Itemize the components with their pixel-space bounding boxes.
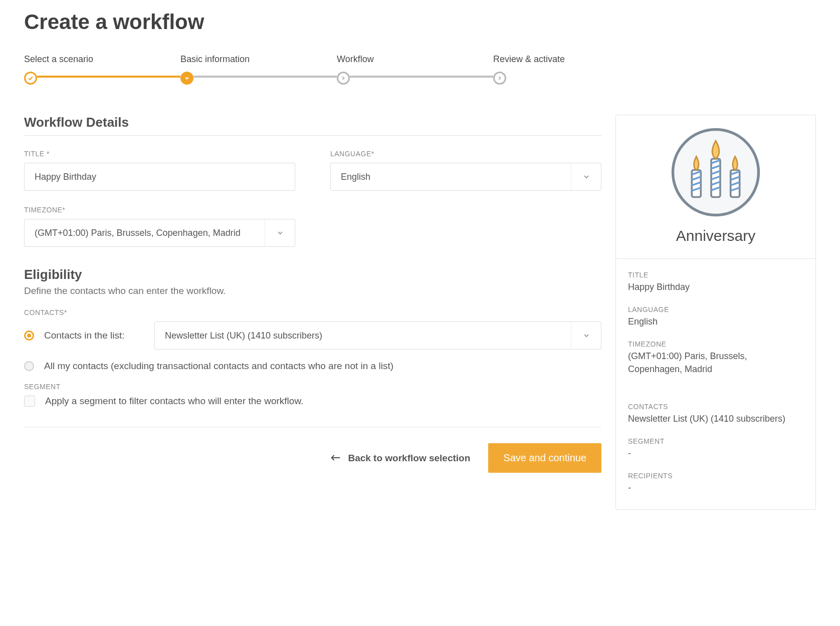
page-title: Create a workflow bbox=[24, 10, 816, 34]
back-button[interactable]: Back to workflow selection bbox=[331, 453, 470, 464]
summary-timezone-label: TIMEZONE bbox=[628, 340, 803, 348]
step-workflow[interactable]: Workflow bbox=[337, 54, 493, 85]
step-label: Select a scenario bbox=[24, 54, 93, 65]
step-connector bbox=[193, 76, 337, 78]
chevron-right-icon bbox=[337, 72, 350, 85]
segment-apply-checkbox-row[interactable]: Apply a segment to filter contacts who w… bbox=[24, 396, 601, 407]
contacts-label: CONTACTS* bbox=[24, 308, 601, 317]
segment-check-label: Apply a segment to filter contacts who w… bbox=[45, 396, 303, 407]
step-label: Workflow bbox=[337, 54, 374, 65]
chevron-down-icon bbox=[265, 219, 295, 246]
summary-contacts-label: CONTACTS bbox=[628, 403, 803, 411]
radio-checked-icon bbox=[24, 331, 34, 341]
summary-scenario-name: Anniversary bbox=[626, 227, 805, 244]
title-input[interactable] bbox=[24, 163, 295, 191]
language-label: LANGUAGE* bbox=[330, 150, 601, 158]
language-value: English bbox=[331, 163, 571, 190]
arrow-left-icon bbox=[331, 453, 341, 464]
step-select-scenario[interactable]: Select a scenario bbox=[24, 54, 180, 85]
wizard-steps: Select a scenario Basic information Work… bbox=[24, 54, 816, 85]
back-label: Back to workflow selection bbox=[348, 453, 470, 464]
chevron-down-icon bbox=[571, 322, 601, 349]
step-label: Review & activate bbox=[493, 54, 565, 65]
summary-language-value: English bbox=[628, 316, 803, 328]
save-continue-button[interactable]: Save and continue bbox=[488, 443, 601, 473]
summary-timezone-value: (GMT+01:00) Paris, Brussels, Copenhagen,… bbox=[628, 350, 803, 375]
step-review-activate[interactable]: Review & activate bbox=[493, 54, 565, 85]
contacts-list-value: Newsletter List (UK) (1410 subscribers) bbox=[155, 322, 571, 349]
language-select[interactable]: English bbox=[330, 163, 601, 191]
section-title-eligibility: Eligibility bbox=[24, 267, 601, 282]
segment-label: SEGMENT bbox=[24, 383, 601, 391]
contacts-list-select[interactable]: Newsletter List (UK) (1410 subscribers) bbox=[154, 322, 601, 350]
step-label: Basic information bbox=[180, 54, 250, 65]
chevron-down-icon bbox=[180, 72, 193, 85]
title-label: TITLE * bbox=[24, 150, 295, 158]
eligibility-subtitle: Define the contacts who can enter the wo… bbox=[24, 285, 601, 296]
check-icon bbox=[24, 72, 37, 85]
step-connector bbox=[350, 76, 493, 78]
summary-title-label: TITLE bbox=[628, 271, 803, 279]
summary-recipients-label: RECIPIENTS bbox=[628, 472, 803, 480]
checkbox-unchecked-icon bbox=[24, 396, 35, 407]
chevron-down-icon bbox=[571, 163, 601, 190]
timezone-select[interactable]: (GMT+01:00) Paris, Brussels, Copenhagen,… bbox=[24, 219, 295, 247]
summary-language-label: LANGUAGE bbox=[628, 305, 803, 314]
radio-label-all: All my contacts (excluding transactional… bbox=[44, 361, 393, 372]
anniversary-candles-icon bbox=[671, 127, 761, 217]
timezone-label: TIMEZONE* bbox=[24, 206, 295, 214]
contacts-option-list[interactable]: Contacts in the list: Newsletter List (U… bbox=[24, 322, 601, 350]
radio-unchecked-icon bbox=[24, 361, 34, 371]
chevron-right-icon bbox=[493, 72, 506, 85]
summary-segment-value: - bbox=[628, 447, 803, 460]
summary-card: Anniversary TITLE Happy Birthday LANGUAG… bbox=[615, 115, 816, 510]
timezone-value: (GMT+01:00) Paris, Brussels, Copenhagen,… bbox=[25, 219, 265, 246]
summary-segment-label: SEGMENT bbox=[628, 437, 803, 445]
summary-title-value: Happy Birthday bbox=[628, 281, 803, 293]
step-connector bbox=[37, 76, 180, 78]
summary-recipients-value: - bbox=[628, 482, 803, 494]
section-title-details: Workflow Details bbox=[24, 115, 601, 130]
summary-contacts-value: Newsletter List (UK) (1410 subscribers) bbox=[628, 413, 803, 425]
contacts-option-all[interactable]: All my contacts (excluding transactional… bbox=[24, 361, 601, 372]
radio-label-list: Contacts in the list: bbox=[44, 330, 144, 341]
step-basic-information[interactable]: Basic information bbox=[180, 54, 337, 85]
divider bbox=[24, 135, 601, 136]
